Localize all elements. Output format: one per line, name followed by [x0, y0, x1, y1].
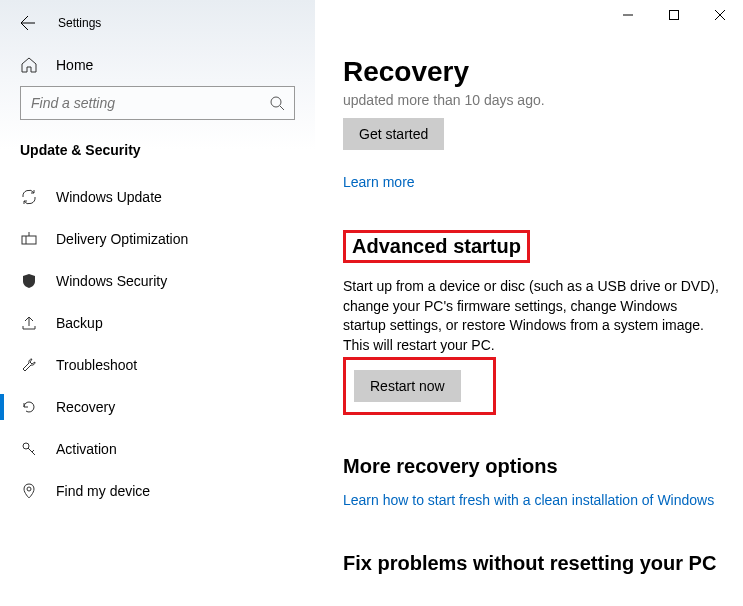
content-area: Recovery updated more than 10 days ago. … [315, 0, 743, 606]
sidebar: Settings Home Update & Security Windows … [0, 0, 315, 606]
search-input[interactable] [20, 86, 295, 120]
highlight-restart-now: Restart now [343, 357, 496, 415]
sidebar-item-delivery-optimization[interactable]: Delivery Optimization [0, 218, 315, 260]
sidebar-item-label: Recovery [56, 399, 115, 415]
maximize-icon [669, 10, 679, 20]
delivery-icon [20, 230, 38, 248]
sidebar-item-activation[interactable]: Activation [0, 428, 315, 470]
svg-rect-2 [22, 236, 36, 244]
back-arrow-icon [20, 15, 36, 31]
shield-icon [20, 272, 38, 290]
sidebar-item-find-my-device[interactable]: Find my device [0, 470, 315, 512]
svg-line-1 [280, 106, 284, 110]
sidebar-nav: Windows Update Delivery Optimization Win… [0, 176, 315, 606]
sync-icon [20, 188, 38, 206]
main-panel: Recovery updated more than 10 days ago. … [315, 0, 743, 606]
search-icon [269, 95, 285, 111]
minimize-icon [623, 10, 633, 20]
sidebar-item-label: Delivery Optimization [56, 231, 188, 247]
svg-point-0 [271, 97, 281, 107]
back-button[interactable] [18, 13, 38, 33]
close-button[interactable] [697, 0, 743, 30]
backup-icon [20, 314, 38, 332]
close-icon [715, 10, 725, 20]
advanced-startup-heading: Advanced startup [352, 235, 521, 258]
learn-more-link[interactable]: Learn more [343, 174, 415, 190]
home-nav[interactable]: Home [0, 46, 315, 84]
search-container [0, 84, 315, 134]
get-started-button[interactable]: Get started [343, 118, 444, 150]
settings-window: Settings Home Update & Security Windows … [0, 0, 743, 606]
recovery-icon [20, 398, 38, 416]
home-icon [20, 56, 38, 74]
svg-line-6 [28, 448, 35, 455]
advanced-startup-body: Start up from a device or disc (such as … [343, 277, 719, 355]
sidebar-item-backup[interactable]: Backup [0, 302, 315, 344]
svg-point-8 [27, 487, 31, 491]
truncated-text: updated more than 10 days ago. [343, 92, 719, 108]
app-title: Settings [58, 16, 101, 30]
page-title: Recovery [343, 56, 719, 88]
titlebar-left: Settings [0, 0, 315, 46]
sidebar-item-windows-security[interactable]: Windows Security [0, 260, 315, 302]
fix-problems-heading: Fix problems without resetting your PC [343, 552, 719, 575]
sidebar-item-troubleshoot[interactable]: Troubleshoot [0, 344, 315, 386]
category-header: Update & Security [0, 134, 315, 176]
sidebar-item-recovery[interactable]: Recovery [0, 386, 315, 428]
sidebar-item-label: Backup [56, 315, 103, 331]
key-icon [20, 440, 38, 458]
svg-rect-10 [670, 11, 679, 20]
highlight-advanced-startup: Advanced startup [343, 230, 530, 263]
sidebar-item-label: Windows Security [56, 273, 167, 289]
window-controls [605, 0, 743, 30]
sidebar-item-label: Windows Update [56, 189, 162, 205]
home-label: Home [56, 57, 93, 73]
sidebar-item-label: Activation [56, 441, 117, 457]
minimize-button[interactable] [605, 0, 651, 30]
location-icon [20, 482, 38, 500]
svg-line-7 [32, 450, 34, 452]
restart-now-button[interactable]: Restart now [354, 370, 461, 402]
sidebar-item-label: Find my device [56, 483, 150, 499]
wrench-icon [20, 356, 38, 374]
fresh-install-link[interactable]: Learn how to start fresh with a clean in… [343, 492, 714, 508]
sidebar-item-label: Troubleshoot [56, 357, 137, 373]
more-recovery-heading: More recovery options [343, 455, 719, 478]
maximize-button[interactable] [651, 0, 697, 30]
sidebar-item-windows-update[interactable]: Windows Update [0, 176, 315, 218]
